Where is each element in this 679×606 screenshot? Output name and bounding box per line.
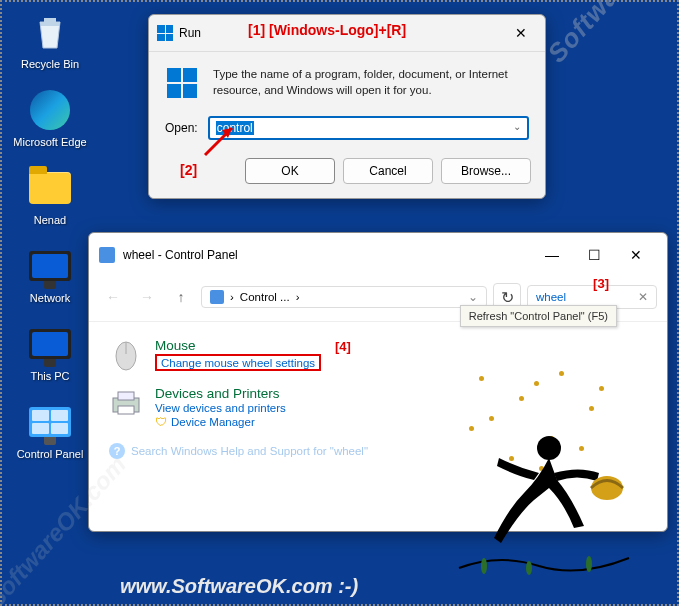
desktop-icon-network[interactable]: Network: [10, 244, 90, 304]
desktop-icon-control-panel[interactable]: Control Panel: [10, 400, 90, 460]
control-panel-title-icon: [99, 247, 115, 263]
maximize-button[interactable]: ☐: [573, 241, 615, 269]
run-dialog: Run ✕ Type the name of a program, folder…: [148, 14, 546, 199]
desktop-icon-label: Microsoft Edge: [10, 136, 90, 148]
run-description: Type the name of a program, folder, docu…: [213, 66, 529, 100]
this-pc-icon: [28, 322, 72, 366]
search-value: wheel: [536, 291, 566, 303]
annotation-2: [2]: [180, 162, 197, 178]
address-bar[interactable]: › Control ... › ⌄: [201, 286, 487, 308]
help-icon: ?: [109, 443, 125, 459]
watermark-diagonal: SoftwareOK.com: [541, 0, 679, 69]
mouse-title[interactable]: Mouse: [155, 338, 321, 353]
desktop-icon-folder-nenad[interactable]: Nenad: [10, 166, 90, 226]
back-button[interactable]: ←: [99, 283, 127, 311]
browse-button[interactable]: Browse...: [441, 158, 531, 184]
network-icon: [28, 244, 72, 288]
svg-rect-6: [118, 392, 134, 400]
breadcrumb[interactable]: Control ...: [240, 291, 290, 303]
run-title: Run: [179, 26, 201, 40]
control-panel-icon: [28, 400, 72, 444]
search-help-link[interactable]: ? Search Windows Help and Support for "w…: [109, 443, 647, 459]
svg-rect-7: [118, 406, 134, 414]
ok-button[interactable]: OK: [245, 158, 335, 184]
address-icon: [210, 290, 224, 304]
device-manager-link[interactable]: Device Manager: [171, 416, 255, 428]
change-mouse-wheel-link[interactable]: Change mouse wheel settings: [161, 357, 315, 369]
cancel-button[interactable]: Cancel: [343, 158, 433, 184]
desktop-icon-label: Recycle Bin: [10, 58, 90, 70]
folder-icon: [28, 166, 72, 210]
desktop-icon-label: Nenad: [10, 214, 90, 226]
close-button[interactable]: ✕: [505, 21, 537, 45]
close-button[interactable]: ✕: [615, 241, 657, 269]
edge-icon: [28, 88, 72, 132]
desktop: Recycle Bin Microsoft Edge Nenad Network…: [0, 0, 100, 478]
result-mouse: Mouse Change mouse wheel settings: [109, 338, 647, 372]
svg-point-12: [586, 556, 592, 572]
control-panel-window: wheel - Control Panel — ☐ ✕ ← → ↑ › Cont…: [88, 232, 668, 532]
forward-button[interactable]: →: [133, 283, 161, 311]
result-devices: Devices and Printers View devices and pr…: [109, 386, 647, 429]
view-devices-link[interactable]: View devices and printers: [155, 402, 286, 414]
desktop-icon-label: Network: [10, 292, 90, 304]
svg-point-10: [481, 558, 487, 574]
run-app-icon: [165, 66, 199, 100]
help-text: Search Windows Help and Support for "whe…: [131, 445, 368, 457]
desktop-icon-label: This PC: [10, 370, 90, 382]
devices-title[interactable]: Devices and Printers: [155, 386, 286, 401]
breadcrumb-chevron[interactable]: ›: [296, 291, 300, 303]
cp-results: Mouse Change mouse wheel settings [4] De…: [89, 322, 667, 475]
watermark-footer: www.SoftwareOK.com :-): [120, 575, 358, 598]
mouse-icon: [109, 338, 143, 372]
open-label: Open:: [165, 121, 198, 135]
open-input[interactable]: control ⌄: [208, 116, 529, 140]
desktop-icon-recycle-bin[interactable]: Recycle Bin: [10, 10, 90, 70]
breadcrumb-sep: ›: [230, 291, 234, 303]
annotation-3: [3]: [593, 276, 609, 291]
open-input-value: control: [216, 121, 254, 135]
refresh-tooltip: Refresh "Control Panel" (F5): [460, 305, 617, 327]
up-button[interactable]: ↑: [167, 283, 195, 311]
desktop-icon-this-pc[interactable]: This PC: [10, 322, 90, 382]
shield-icon: 🛡: [155, 415, 167, 429]
devices-printers-icon: [109, 386, 143, 420]
desktop-icon-label: Control Panel: [10, 448, 90, 460]
svg-rect-0: [44, 18, 56, 22]
cp-title: wheel - Control Panel: [123, 248, 238, 262]
clear-search-icon[interactable]: ✕: [638, 290, 648, 304]
minimize-button[interactable]: —: [531, 241, 573, 269]
cp-title-bar[interactable]: wheel - Control Panel — ☐ ✕: [89, 233, 667, 277]
address-chevron-down-icon[interactable]: ⌄: [468, 290, 478, 304]
annotation-4: [4]: [335, 339, 351, 354]
recycle-bin-icon: [28, 10, 72, 54]
annotation-1: [1] [Windows-Logo]+[R]: [248, 22, 406, 38]
svg-point-11: [526, 561, 532, 575]
desktop-icon-edge[interactable]: Microsoft Edge: [10, 88, 90, 148]
dropdown-icon[interactable]: ⌄: [513, 121, 521, 132]
windows-logo-icon: [157, 25, 173, 41]
